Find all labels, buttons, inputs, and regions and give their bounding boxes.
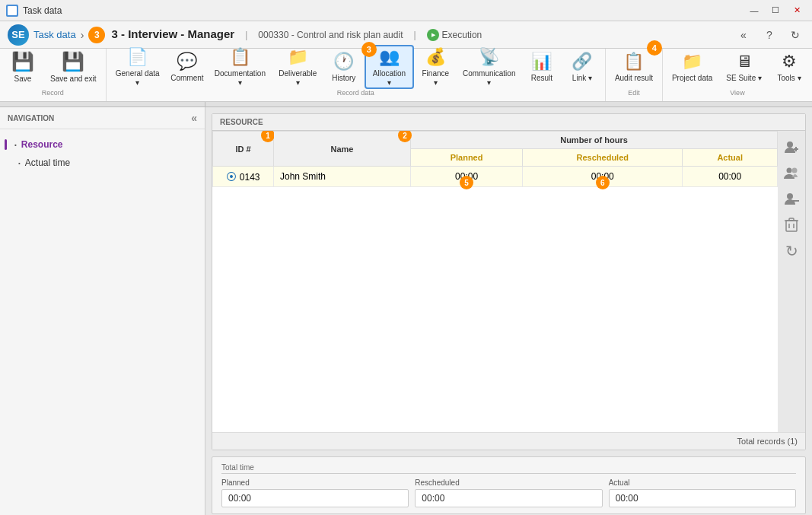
total-planned-input[interactable] — [221, 489, 409, 507]
tools-label: Tools ▾ — [777, 74, 801, 83]
deliverable-label: Deliverable ▾ — [279, 69, 317, 87]
execution-label: Execution — [442, 30, 482, 40]
divider1: | — [245, 30, 247, 40]
allocation-label: Allocation ▾ — [372, 69, 406, 87]
remove-person-button[interactable] — [781, 189, 802, 210]
row-radio[interactable]: ⦿ — [226, 170, 237, 183]
content-panel: RESOURCE ID # 1 Name — [205, 107, 812, 515]
row-actual-value: 00:00 — [718, 171, 741, 182]
col-header-planned: Planned — [411, 149, 523, 167]
audit-id: 000330 - Control and risk plan audit — [258, 30, 403, 40]
minimize-button[interactable]: — — [745, 5, 763, 17]
table-row[interactable]: ⦿ 0143 John Smith 00:00 5 — [213, 167, 778, 187]
nav-dot-actual: • — [18, 160, 21, 167]
communication-icon: 📡 — [479, 47, 499, 67]
nav-item-actual-label: Actual time — [25, 157, 70, 168]
allocation-icon: 👥 — [379, 47, 400, 67]
total-rescheduled-group: Rescheduled — [415, 478, 602, 507]
breadcrumb-app[interactable]: Task data — [33, 29, 76, 40]
nav-collapse-button[interactable]: « — [191, 112, 197, 124]
project-data-label: Project data — [672, 74, 712, 83]
svg-point-6 — [787, 193, 793, 199]
svg-point-5 — [792, 168, 798, 173]
refresh-icon[interactable]: ↻ — [786, 26, 804, 44]
link-label: Link ▾ — [572, 74, 592, 83]
audit-result-button[interactable]: 4 📋 Audit result — [609, 45, 659, 89]
record-count-bar: Total records (1) — [212, 432, 805, 450]
section-headers — [0, 102, 812, 107]
documentation-button[interactable]: 📋 Documentation ▾ — [209, 45, 271, 89]
finance-icon: 💰 — [425, 47, 446, 67]
cell-id: ⦿ 0143 — [213, 167, 274, 187]
hours-group-label: Number of hours — [560, 135, 628, 145]
total-rescheduled-input[interactable] — [415, 489, 602, 507]
badge-5: 5 — [460, 176, 473, 189]
deliverable-icon: 📁 — [288, 47, 308, 67]
finance-button[interactable]: 💰 Finance ▾ — [415, 45, 456, 89]
badge-1: 1 — [261, 131, 275, 142]
add-group-button[interactable] — [781, 163, 802, 184]
allocation-button[interactable]: 3 👥 Allocation ▾ — [365, 45, 414, 89]
tools-button[interactable]: ⚙ Tools ▾ — [769, 45, 809, 89]
badge-4: 4 — [647, 40, 662, 56]
link-button[interactable]: 🔗 Link ▾ — [562, 45, 602, 89]
nav-dot-resource: • — [14, 141, 17, 148]
execution-badge: Execution — [427, 29, 482, 41]
svg-rect-8 — [786, 221, 797, 231]
breadcrumb-sep: › — [81, 29, 84, 41]
nav-item-resource[interactable]: • Resource — [0, 135, 205, 154]
breadcrumb-actions[interactable]: « ? ↻ — [734, 26, 804, 44]
audit-result-icon: 📋 — [623, 52, 644, 72]
nav-title: NAVIGATION — [8, 114, 54, 122]
save-exit-button[interactable]: 💾 Save and exit — [44, 45, 103, 89]
result-icon: 📊 — [531, 52, 552, 72]
save-button[interactable]: 💾 Save — [3, 45, 43, 89]
save-exit-label: Save and exit — [50, 75, 97, 84]
refresh-table-button[interactable]: ↻ — [781, 240, 802, 262]
collapse-icon[interactable]: « — [734, 26, 753, 44]
link-icon: 🔗 — [572, 52, 592, 72]
maximize-button[interactable]: ☐ — [766, 5, 785, 17]
divider2: | — [413, 30, 416, 40]
communication-button[interactable]: 📡 Communication ▾ — [457, 45, 521, 89]
total-planned-group: Planned — [221, 478, 409, 507]
delete-button[interactable] — [781, 215, 802, 236]
comment-button[interactable]: 💬 Comment — [167, 45, 208, 89]
documentation-label: Documentation ▾ — [215, 69, 266, 87]
result-button[interactable]: 📊 Result — [522, 45, 562, 89]
communication-label: Communication ▾ — [463, 69, 515, 87]
history-button[interactable]: 🕐 History — [324, 45, 364, 89]
planned-label: Planned — [451, 153, 483, 162]
total-planned-label: Planned — [221, 478, 409, 487]
deliverable-button[interactable]: 📁 Deliverable ▾ — [272, 45, 323, 89]
total-actual-label: Actual — [609, 478, 796, 487]
page-number: 3 — [88, 27, 105, 43]
svg-rect-10 — [789, 218, 794, 221]
se-suite-button[interactable]: 🖥 SE Suite ▾ — [720, 45, 768, 89]
project-data-button[interactable]: 📁 Project data — [666, 45, 718, 89]
close-button[interactable]: ✕ — [788, 5, 806, 17]
total-rescheduled-label: Rescheduled — [415, 478, 602, 487]
record-data-section-label: Record data — [110, 89, 602, 98]
cell-actual: 00:00 — [683, 167, 778, 187]
navigation-panel: NAVIGATION « • Resource • Actual time — [0, 107, 205, 515]
general-data-button[interactable]: 📄 General data ▾ — [110, 45, 166, 89]
save-label: Save — [14, 75, 32, 84]
app-icon — [6, 5, 18, 17]
help-icon[interactable]: ? — [760, 26, 779, 44]
total-time-label: Total time — [221, 463, 796, 474]
documentation-icon: 📋 — [230, 47, 250, 67]
se-suite-label: SE Suite ▾ — [726, 74, 762, 83]
add-person-button[interactable] — [781, 137, 802, 158]
history-label: History — [332, 74, 355, 83]
content-section-header — [205, 102, 812, 106]
table-container: ID # 1 Name 2 Number of hours — [212, 131, 778, 432]
window-controls[interactable]: — ☐ ✕ — [745, 5, 806, 17]
badge-2: 2 — [398, 131, 412, 142]
nav-item-actual-time[interactable]: • Actual time — [0, 154, 205, 172]
col-header-actual: Actual — [683, 149, 778, 167]
badge-6: 6 — [596, 176, 610, 189]
total-actual-input[interactable] — [609, 489, 796, 507]
resource-section: RESOURCE ID # 1 Name — [212, 113, 806, 450]
svg-point-1 — [787, 141, 793, 148]
